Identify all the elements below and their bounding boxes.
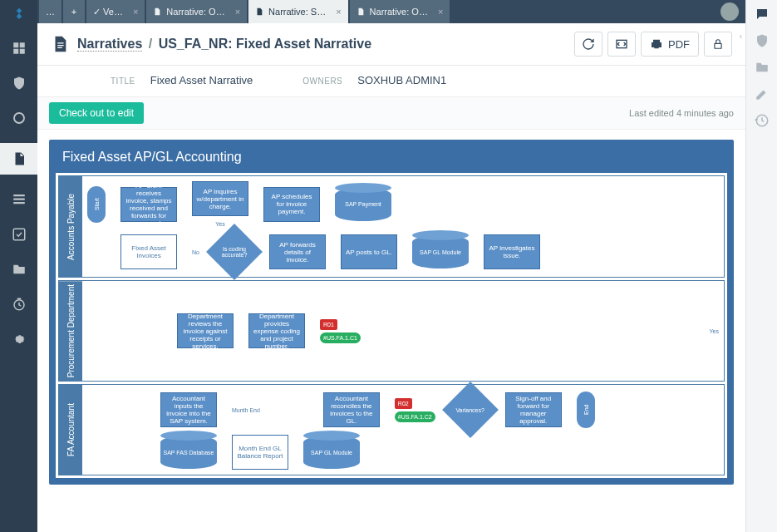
history-icon[interactable] [755,113,770,128]
folder-icon[interactable] [755,60,770,75]
meta-row: TITLEFixed Asset Narrative OWNERSSOXHUB … [37,66,745,96]
main-content: … + ✓ Ve…× Narrative: O…× Narrative: S…×… [37,0,745,532]
flow-box: AP investigates issue. [484,234,540,269]
tab-item-2[interactable]: Narrative: O…× [146,0,247,23]
nav-settings-icon[interactable] [9,329,29,349]
control-badge: #US.FA.1.C1 [320,332,361,343]
tab-bar: … + ✓ Ve…× Narrative: O…× Narrative: S…×… [37,0,745,23]
document-viewport[interactable]: Fixed Asset AP/GL Accounting Accounts Pa… [37,130,745,532]
flow-box: AP schedules for invoice payment. [263,187,320,222]
flow-end: End [577,392,595,428]
flow-annot-no: No [192,249,199,255]
flow-start: Start [87,186,106,223]
flow-box: AP forwards details of invoice. [269,234,326,269]
svg-rect-0 [13,42,18,47]
flow-doc: Fixed Asset Invoices [120,234,177,269]
svg-rect-1 [19,42,24,47]
lane-label: Accounts Payable [59,176,82,277]
tab-item-4[interactable]: Narrative: O…× [350,0,450,23]
lane-label: FA Accountant [59,385,82,475]
owners-value: SOXHUB ADMIN1 [357,74,446,86]
svg-rect-8 [13,229,25,240]
svg-point-4 [14,113,24,123]
owners-label: OWNERS [302,76,342,86]
control-badge: #US.FA.1.C2 [395,411,435,422]
nav-clock-icon[interactable] [9,294,29,314]
collapse-icon[interactable]: ‹ [740,32,742,41]
nav-dashboard-icon[interactable] [9,38,29,58]
flow-box: Accountant inputs the invoice into the S… [160,392,217,427]
title-value: Fixed Asset Narrative [150,74,253,86]
breadcrumb-parent[interactable]: Narratives [77,37,142,52]
fullscreen-button[interactable] [607,32,636,57]
checkout-button[interactable]: Check out to edit [49,102,144,124]
nav-checkbox-icon[interactable] [9,224,29,244]
svg-rect-11 [715,43,721,48]
risk-badge: R02 [395,398,412,409]
left-nav-rail [0,0,37,532]
comments-icon[interactable] [755,7,770,22]
flow-datastore: SAP GL Module [412,235,469,268]
nav-list-icon[interactable] [9,190,29,209]
flow-annot-yes: Yes [710,328,719,334]
flow-box: AP Clerk receives invoice, stamps receiv… [120,187,177,222]
flow-box: Sign-off and forward for manager approva… [505,392,562,427]
lane-fa-accountant: FA Accountant Accountant inputs the invo… [58,384,725,475]
flow-box: Department reviews the invoice against r… [177,313,234,348]
svg-rect-2 [13,49,18,54]
breadcrumb-sep: / [149,37,152,51]
nav-progress-icon[interactable] [9,108,29,128]
nav-shield-icon[interactable] [9,73,29,93]
lane-label: Procurement Department [59,281,82,381]
flow-doc: Month End GL Balance Report [232,435,288,470]
close-icon[interactable]: × [133,7,138,17]
flow-box: AP inquires w/department in charge. [192,181,248,216]
tab-menu[interactable]: … [39,0,61,23]
page-header: Narratives / US_FA_NR: Fixed Asset Narra… [37,23,745,66]
last-edited-text: Last edited 4 minutes ago [629,108,734,118]
close-icon[interactable]: × [438,7,443,17]
breadcrumb-current: US_FA_NR: Fixed Asset Narrative [159,37,371,51]
close-icon[interactable]: × [235,7,240,17]
svg-rect-5 [13,195,25,196]
title-label: TITLE [111,76,135,86]
app-logo-icon [11,7,27,23]
risk-badge: R01 [320,319,337,330]
header-actions: PDF [574,32,732,57]
action-bar: Check out to edit Last edited 4 minutes … [37,96,745,130]
flowchart-title: Fixed Asset AP/GL Accounting [56,146,727,173]
svg-rect-6 [13,199,25,200]
document-icon [51,35,69,53]
nav-folder-icon[interactable] [9,259,29,279]
flow-datastore: SAP GL Module [303,436,360,469]
svg-rect-7 [13,202,25,204]
shield-icon[interactable] [755,33,770,48]
flow-annot-monthend: Month End [232,407,260,413]
edit-icon[interactable] [755,86,770,101]
nav-documents-icon[interactable] [0,143,37,175]
flow-box: AP posts to GL. [341,234,397,269]
flow-box: Department provides expense coding and p… [248,313,305,348]
flow-decision: Is coding accurate? [206,224,263,280]
close-icon[interactable]: × [336,7,341,17]
lane-procurement: Procurement Department Department review… [58,280,725,382]
refresh-button[interactable] [574,32,602,57]
user-avatar[interactable] [720,2,739,21]
flow-datastore: SAP Payment [335,188,391,221]
flow-datastore: SAP FAS Database [160,436,217,469]
tab-item-active[interactable]: Narrative: S…× [248,0,348,23]
lock-button[interactable] [704,32,732,57]
pdf-button[interactable]: PDF [641,32,699,57]
tab-item-1[interactable]: ✓ Ve…× [86,0,145,23]
flow-decision: Variances? [442,382,499,438]
breadcrumb: Narratives / US_FA_NR: Fixed Asset Narra… [77,37,371,52]
right-rail: ‹ [745,0,777,532]
lane-accounts-payable: Accounts Payable Start AP Clerk receives… [58,175,725,278]
svg-rect-3 [19,49,24,54]
tab-new[interactable]: + [63,0,85,23]
flow-annot-yes: Yes [215,221,224,227]
flowchart: Fixed Asset AP/GL Accounting Accounts Pa… [49,140,734,485]
flow-box: Accountant reconciles the invoices to th… [323,392,380,427]
